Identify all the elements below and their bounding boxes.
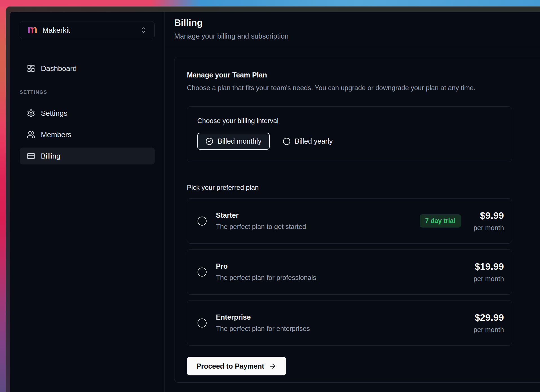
sidebar-item-label: Billing [41, 152, 60, 161]
dashboard-icon [27, 64, 35, 73]
billing-interval-box: Choose your billing interval Billed mont… [187, 106, 512, 162]
radio-circle-icon [283, 137, 291, 145]
plan-price: $29.99 [473, 312, 504, 323]
app-window: m Makerkit Dashboard SETTINGS Settings M… [10, 12, 540, 392]
plan-description: The perfect plan to get started [216, 223, 306, 231]
plan-right: $29.99 per month [473, 312, 504, 334]
plan-period: per month [473, 224, 504, 232]
plan-description: The perfect plan for professionals [216, 274, 316, 282]
window-frame-left [6, 11, 10, 392]
billed-monthly-option[interactable]: Billed monthly [197, 133, 270, 150]
credit-card-icon [27, 152, 35, 160]
pick-plan-label: Pick your preferred plan [187, 184, 540, 191]
proceed-button-label: Proceed to Payment [196, 362, 264, 370]
sidebar-item-label: Settings [41, 109, 67, 118]
radio-circle-icon[interactable] [198, 217, 207, 226]
makerkit-logo: m [27, 24, 37, 35]
plan-row-starter[interactable]: Starter The perfect plan to get started … [187, 198, 512, 244]
workspace-selector[interactable]: m Makerkit [20, 21, 155, 39]
sidebar-section-settings: SETTINGS [20, 90, 155, 95]
workspace-name: Makerkit [43, 26, 70, 35]
card-title: Manage your Team Plan [187, 71, 540, 79]
page-title: Billing [174, 17, 540, 28]
plan-texts: Starter The perfect plan to get started [216, 211, 306, 231]
price-block: $9.99 per month [473, 210, 504, 232]
billed-yearly-label: Billed yearly [295, 137, 333, 145]
plan-period: per month [473, 275, 504, 283]
billed-monthly-label: Billed monthly [218, 137, 262, 145]
plan-price: $19.99 [473, 261, 504, 272]
plan-price: $9.99 [473, 210, 504, 221]
plan-description: The perfect plan for enterprises [216, 325, 310, 333]
billing-interval-label: Choose your billing interval [197, 117, 502, 125]
team-plan-card: Manage your Team Plan Choose a plan that… [174, 57, 540, 383]
plan-row-pro[interactable]: Pro The perfect plan for professionals $… [187, 249, 512, 295]
plan-period: per month [473, 326, 504, 334]
gear-icon [27, 109, 35, 117]
radio-circle-icon[interactable] [198, 268, 207, 277]
sidebar-item-settings[interactable]: Settings [20, 105, 155, 122]
plan-name: Pro [216, 262, 316, 270]
sidebar-item-label: Dashboard [41, 64, 77, 73]
sidebar-item-dashboard[interactable]: Dashboard [20, 60, 155, 77]
plan-name: Starter [216, 211, 306, 219]
plan-right: 7 day trial $9.99 per month [420, 210, 504, 232]
plan-name: Enterprise [216, 313, 310, 321]
sidebar-item-members[interactable]: Members [20, 126, 155, 143]
users-icon [27, 130, 35, 139]
plan-right: $19.99 per month [473, 261, 504, 283]
circle-check-icon [205, 137, 213, 145]
chevrons-up-down-icon [140, 26, 147, 34]
sidebar: m Makerkit Dashboard SETTINGS Settings M… [10, 12, 165, 392]
sidebar-item-label: Members [41, 130, 71, 139]
billed-yearly-option[interactable]: Billed yearly [283, 137, 333, 145]
main-content: Billing Manage your billing and subscrip… [165, 12, 540, 392]
radio-circle-icon[interactable] [198, 318, 207, 328]
price-block: $19.99 per month [473, 261, 504, 283]
page-subtitle: Manage your billing and subscription [174, 32, 540, 40]
billing-interval-options: Billed monthly Billed yearly [197, 133, 502, 150]
wallpaper-top-gradient [0, 0, 540, 6]
plan-texts: Pro The perfect plan for professionals [216, 262, 316, 282]
plan-row-enterprise[interactable]: Enterprise The perfect plan for enterpri… [187, 300, 512, 346]
header-divider [165, 47, 540, 47]
sidebar-item-billing[interactable]: Billing [20, 148, 155, 164]
proceed-to-payment-button[interactable]: Proceed to Payment [187, 357, 286, 375]
price-block: $29.99 per month [473, 312, 504, 334]
card-subtitle: Choose a plan that fits your team's need… [187, 84, 540, 92]
arrow-right-icon [269, 362, 276, 370]
trial-badge: 7 day trial [420, 214, 461, 228]
plan-texts: Enterprise The perfect plan for enterpri… [216, 313, 310, 333]
